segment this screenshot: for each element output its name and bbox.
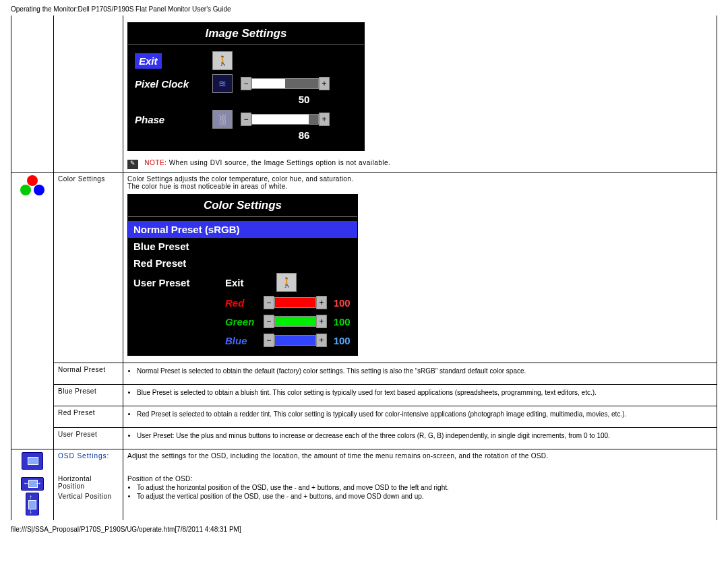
osd-settings-desc: Adjust the settings for the OSD, includi… bbox=[127, 452, 548, 460]
user-preset-label: User Preset bbox=[54, 428, 123, 449]
user-exit-label: Exit bbox=[225, 277, 276, 288]
normal-preset-label: Normal Preset bbox=[54, 363, 123, 385]
color-settings-desc2: The color hue is most noticeable in area… bbox=[127, 183, 712, 190]
red-row: Red −+ 100 bbox=[128, 293, 357, 312]
note-icon: ✎ bbox=[127, 160, 138, 169]
page-header: Operating the Monitor:Dell P170S/P190S F… bbox=[11, 5, 717, 13]
pixel-clock-value: 50 bbox=[244, 94, 364, 105]
horizontal-position-icon: ← → bbox=[21, 477, 44, 491]
rgb-icon bbox=[20, 175, 44, 198]
pixel-clock-slider: − + bbox=[241, 77, 330, 90]
red-preset-label: Red Preset bbox=[54, 406, 123, 428]
blue-preset-bullet: Blue Preset is selected to obtain a blui… bbox=[137, 389, 712, 396]
osd-settings-link[interactable]: OSD Settings: bbox=[58, 452, 109, 460]
image-settings-panel: Image Settings Exit 🚶 Pixel Clock ≋ − + … bbox=[127, 22, 365, 151]
settings-table: Image Settings Exit 🚶 Pixel Clock ≋ − + … bbox=[11, 15, 717, 520]
red-preset-option: Red Preset bbox=[128, 255, 357, 272]
note-prefix: NOTE: bbox=[144, 159, 166, 166]
user-exit-icon: 🚶 bbox=[276, 273, 297, 292]
user-preset-option: User Preset bbox=[133, 277, 225, 288]
phase-value: 86 bbox=[244, 129, 364, 141]
color-settings-panel: Color Settings Normal Preset (sRGB) Blue… bbox=[127, 194, 358, 356]
normal-preset-bullet: Normal Preset is selected to obtain the … bbox=[137, 367, 712, 375]
pixel-clock-icon: ≋ bbox=[212, 74, 233, 93]
phase-label: Phase bbox=[135, 114, 212, 125]
osd-settings-icon bbox=[22, 452, 43, 470]
vpos-bullet: To adjust the vertical position of the O… bbox=[137, 493, 712, 500]
note-text: When using DVI source, the Image Setting… bbox=[169, 159, 391, 166]
exit-option: Exit bbox=[135, 53, 162, 69]
phase-slider: − + bbox=[241, 113, 330, 126]
blue-row: Blue −+ 100 bbox=[128, 331, 357, 350]
green-row: Green −+ 100 bbox=[128, 312, 357, 331]
hpos-bullet: To adjust the horizontal position of the… bbox=[137, 484, 712, 491]
phase-icon: ░ bbox=[212, 110, 233, 129]
user-preset-bullet: User Preset: Use the plus and minus butt… bbox=[137, 432, 712, 439]
page-footer: file:///S|/SSA_Proposal/P170S_P190S/UG/o… bbox=[11, 526, 717, 533]
vertical-position-icon: ↑ ↓ bbox=[26, 493, 39, 516]
red-preset-bullet: Red Preset is selected to obtain a redde… bbox=[137, 410, 712, 418]
panel-title: Image Settings bbox=[128, 23, 364, 45]
cs-panel-title: Color Settings bbox=[128, 195, 357, 217]
normal-preset-option: Normal Preset (sRGB) bbox=[128, 221, 357, 238]
hpos-label: Horizontal Position bbox=[58, 475, 119, 490]
pixel-clock-label: Pixel Clock bbox=[135, 78, 212, 90]
exit-icon: 🚶 bbox=[212, 51, 233, 70]
pos-heading: Position of the OSD: bbox=[127, 475, 712, 482]
color-settings-desc1: Color Settings adjusts the color tempera… bbox=[127, 175, 712, 183]
blue-preset-label: Blue Preset bbox=[54, 385, 123, 406]
color-settings-label: Color Settings bbox=[54, 173, 123, 363]
vpos-label: Vertical Position bbox=[58, 493, 119, 500]
blue-preset-option: Blue Preset bbox=[128, 238, 357, 255]
